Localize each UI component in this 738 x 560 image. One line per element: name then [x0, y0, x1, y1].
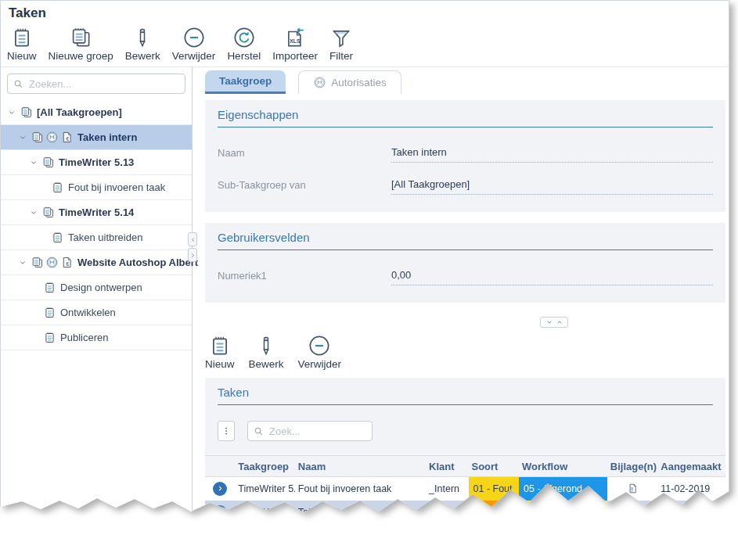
- tree-item-design-ontwerpen[interactable]: Design ontwerpen: [1, 275, 192, 300]
- cell-naam: Taken uitbreiden: [295, 501, 426, 524]
- funnel-icon: [329, 26, 353, 49]
- naam-field[interactable]: Taken intern: [391, 146, 713, 163]
- soort-badge: 01 - Fout: [469, 477, 519, 501]
- sidebar-search-input[interactable]: [24, 78, 180, 90]
- group-icon: [20, 106, 33, 119]
- field-sub-taakgroep: Sub-Taakgroep van [All Taakgroepen]: [218, 169, 713, 195]
- restore-button[interactable]: Herstel: [227, 26, 261, 62]
- table-row[interactable]: TimeWriter 5.13 Fout bij invoeren taak _…: [205, 477, 725, 501]
- column-header-workflow[interactable]: Workflow: [519, 456, 607, 477]
- splitter-toggle[interactable]: [540, 317, 568, 328]
- new-group-button[interactable]: Nieuwe groep: [49, 26, 113, 62]
- main-toolbar: Nieuw Nieuwe groep Bewerk Verwijder Hers…: [1, 23, 729, 67]
- chevron-right-icon: [189, 252, 196, 259]
- import-button[interactable]: Importeer: [272, 26, 318, 62]
- row-open-button[interactable]: [213, 505, 227, 519]
- task-delete-button[interactable]: Verwijder: [298, 334, 342, 370]
- row-open-button[interactable]: [213, 482, 227, 496]
- chevron-down-icon[interactable]: [18, 133, 27, 142]
- list-menu-button[interactable]: [218, 421, 235, 441]
- column-header-taakgroep[interactable]: Taakgroep: [235, 456, 295, 477]
- m-circle-icon: [313, 76, 326, 89]
- attachment-icon[interactable]: [627, 482, 639, 495]
- tree-item-taken-uitbreiden[interactable]: Taken uitbreiden: [1, 225, 192, 250]
- chevron-down-icon[interactable]: [7, 108, 16, 117]
- detail-pane: Taakgroep Autorisaties Eigenschappen Naa…: [193, 67, 729, 514]
- tree-item-ontwikkelen[interactable]: Ontwikkelen: [1, 300, 192, 325]
- tab-autorisaties[interactable]: Autorisaties: [298, 70, 401, 94]
- chevron-right-icon: [216, 484, 225, 493]
- restore-icon: [232, 26, 256, 49]
- chevron-right-icon: [216, 508, 225, 516]
- column-header-naam[interactable]: Naam: [295, 456, 426, 477]
- tree-item-all-taakgroepen[interactable]: [All Taakgroepen]: [1, 100, 192, 125]
- column-header-aangemaakt[interactable]: Aangemaakt: [657, 456, 725, 477]
- task-edit-button[interactable]: Bewerk: [249, 334, 284, 370]
- taskgroup-tree: [All Taakgroepen] Taken intern TimeWrite…: [1, 100, 192, 350]
- tasks-panel: Taken: [205, 378, 725, 524]
- minus-circle-icon: [182, 26, 206, 49]
- column-header-klant[interactable]: Klant: [426, 456, 468, 477]
- tree-item-fout-bij-invoeren-taak[interactable]: Fout bij invoeren taak: [1, 175, 192, 200]
- task-icon: [51, 181, 64, 194]
- column-header-bijlage[interactable]: Bijlage(n): [607, 456, 657, 477]
- app-window-shadow: Taken Nieuw Nieuwe groep Bewerk Verwijde…: [0, 0, 738, 518]
- collapse-right-button[interactable]: [188, 248, 197, 262]
- userfields-panel-title: Gebruikersvelden: [218, 231, 713, 250]
- tab-bar: Taakgroep Autorisaties: [205, 70, 725, 94]
- table-row-selected[interactable]: TimeWriter 5.14 Taken uitbreiden _Intern…: [205, 501, 725, 524]
- cell-klant: _Intern: [426, 501, 468, 524]
- tree-item-timewriter-513[interactable]: TimeWriter 5.13: [1, 150, 192, 175]
- pane-splitter: [205, 314, 725, 331]
- task-icon: [43, 306, 56, 319]
- chevron-down-icon[interactable]: [29, 158, 38, 167]
- tasks-search[interactable]: [247, 421, 373, 441]
- chevron-down-icon[interactable]: [18, 258, 27, 267]
- m-circle-icon: [45, 131, 59, 144]
- table-header-row: Taakgroep Naam Klant Soort Workflow Bijl…: [205, 456, 725, 477]
- workflow-badge: 05 - Afgerond: [519, 477, 607, 501]
- soort-badge: 02 - Wens: [469, 501, 519, 524]
- cell-klant: _Intern: [426, 477, 468, 501]
- app-window: Taken Nieuw Nieuwe groep Bewerk Verwijde…: [0, 0, 729, 518]
- tab-taakgroep[interactable]: Taakgroep: [205, 70, 286, 94]
- group-icon: [41, 206, 55, 219]
- note-icon: [208, 334, 232, 357]
- sidebar-splitter[interactable]: [188, 232, 197, 262]
- task-new-button[interactable]: Nieuw: [205, 334, 235, 370]
- column-header-arrow: [205, 456, 235, 477]
- tasks-toolbar: Nieuw Bewerk Verwijder: [205, 332, 725, 378]
- tree-item-taken-intern[interactable]: Taken intern: [1, 125, 192, 150]
- delete-button[interactable]: Verwijder: [172, 26, 216, 62]
- group-icon: [31, 256, 44, 269]
- cell-naam: Fout bij invoeren taak: [295, 477, 426, 501]
- column-header-soort[interactable]: Soort: [469, 456, 519, 477]
- tree-item-website-autoshop-albert[interactable]: Website Autoshop Albert: [1, 250, 192, 275]
- tree-item-timewriter-514[interactable]: TimeWriter 5.14: [1, 200, 192, 225]
- sub-taakgroep-field[interactable]: [All Taakgroepen]: [391, 178, 713, 195]
- new-button[interactable]: Nieuw: [7, 26, 37, 62]
- task-icon: [43, 331, 56, 344]
- group-icon: [41, 156, 55, 169]
- pencil-icon: [131, 26, 154, 49]
- task-icon: [51, 231, 64, 244]
- field-naam: Naam Taken intern: [218, 137, 713, 163]
- chevron-down-icon[interactable]: [29, 208, 38, 217]
- minus-circle-icon: [308, 334, 331, 357]
- sidebar-search[interactable]: [7, 74, 185, 94]
- search-icon: [253, 425, 265, 437]
- collapse-left-button[interactable]: [188, 232, 197, 246]
- filter-button[interactable]: Filter: [329, 26, 353, 62]
- tasks-table: Taakgroep Naam Klant Soort Workflow Bijl…: [205, 455, 725, 524]
- vertical-dots-icon: [221, 425, 232, 437]
- group-icon: [31, 131, 44, 144]
- numeriek1-field[interactable]: 0,00: [391, 269, 713, 285]
- tree-item-publiceren[interactable]: Publiceren: [1, 325, 192, 350]
- chevron-up-icon: [556, 318, 563, 326]
- xls-import-icon: [283, 26, 307, 49]
- workflow-badge: 01 - Aangemaakt: [519, 501, 607, 524]
- edit-button[interactable]: Bewerk: [125, 26, 160, 62]
- tasks-search-input[interactable]: [265, 425, 407, 437]
- search-icon: [13, 78, 24, 90]
- euro-page-icon: [60, 256, 74, 269]
